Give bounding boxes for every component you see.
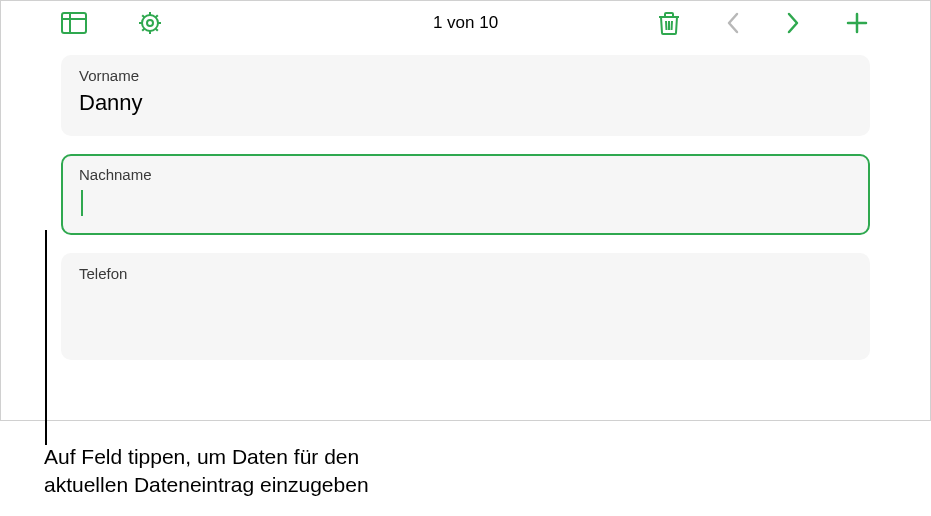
app-frame: 1 von 10 — [0, 0, 931, 421]
telefon-value[interactable] — [79, 288, 852, 318]
svg-point-4 — [147, 20, 153, 26]
callout-line — [45, 230, 47, 445]
svg-point-3 — [142, 15, 158, 31]
nachname-value[interactable] — [79, 189, 852, 219]
vorname-value[interactable]: Danny — [79, 90, 852, 120]
callout-line1: Auf Feld tippen, um Daten für den — [44, 445, 359, 468]
next-record-button[interactable] — [784, 12, 802, 34]
add-record-button[interactable] — [844, 10, 870, 36]
callout-line2: aktuellen Dateneintrag einzugeben — [44, 473, 369, 496]
previous-record-button[interactable] — [724, 12, 742, 34]
vorname-field[interactable]: Vorname Danny — [61, 55, 870, 136]
record-counter: 1 von 10 — [433, 13, 498, 33]
form-content: Vorname Danny Nachname Telefon — [1, 45, 930, 360]
telefon-label: Telefon — [79, 265, 852, 282]
nachname-field[interactable]: Nachname — [61, 154, 870, 235]
telefon-field[interactable]: Telefon — [61, 253, 870, 360]
svg-line-12 — [156, 15, 158, 17]
gear-icon[interactable] — [137, 10, 163, 36]
svg-line-10 — [156, 29, 158, 31]
callout-text: Auf Feld tippen, um Daten für den aktuel… — [44, 443, 369, 500]
svg-line-16 — [672, 21, 673, 30]
text-cursor — [81, 190, 83, 216]
trash-icon[interactable] — [656, 10, 682, 36]
svg-line-9 — [142, 15, 144, 17]
vorname-label: Vorname — [79, 67, 852, 84]
svg-rect-0 — [62, 13, 86, 33]
nachname-label: Nachname — [79, 166, 852, 183]
svg-line-14 — [666, 21, 667, 30]
table-icon[interactable] — [61, 10, 87, 36]
toolbar: 1 von 10 — [1, 1, 930, 45]
svg-line-11 — [142, 29, 144, 31]
